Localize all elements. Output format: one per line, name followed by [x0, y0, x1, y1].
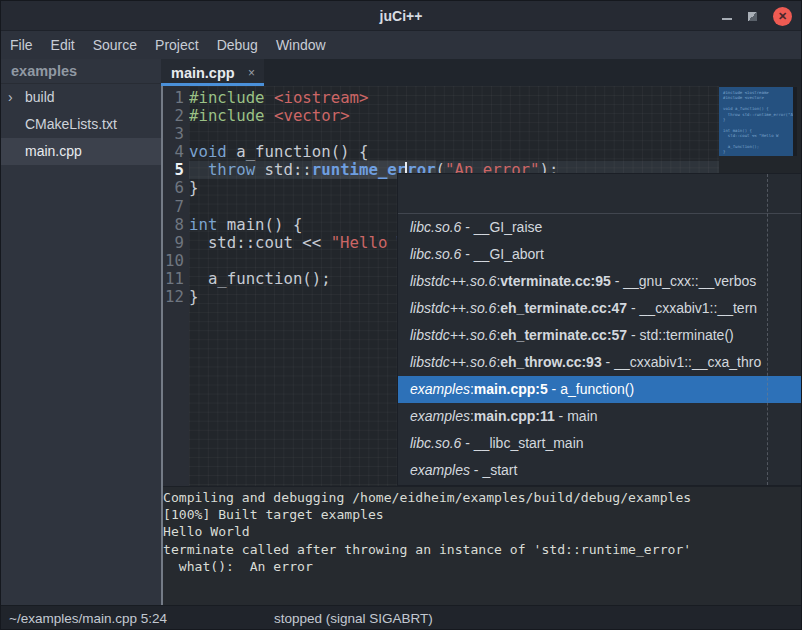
code-token: main() {: [217, 215, 302, 234]
code-token: int: [189, 215, 217, 234]
titlebar[interactable]: juCi++ ✕: [1, 1, 801, 31]
frame-file-line: main.cpp:11: [474, 408, 555, 424]
file-label: CMakeLists.txt: [1, 111, 161, 138]
code-token: std::: [255, 160, 312, 179]
line-number-gutter: 123456789101112: [161, 86, 189, 486]
frame-library: libstdc++.so.6: [410, 300, 496, 316]
terminal-line: [100%] Built target examples: [163, 506, 801, 523]
frame-symbol: main: [567, 408, 597, 424]
menu-item-edit[interactable]: Edit: [42, 31, 84, 59]
close-icon[interactable]: ✕: [773, 7, 792, 26]
frame-file-line: main.cpp:5: [474, 381, 548, 397]
window-title: juCi++: [1, 1, 801, 31]
stack-frame-item[interactable]: libstdc++.so.6:eh_terminate.cc:47 - __cx…: [398, 295, 802, 322]
statusbar: ~/examples/main.cpp 5:24 stopped (signal…: [1, 605, 801, 630]
code-line[interactable]: #include <vector>: [189, 107, 719, 125]
terminal-line: terminate called after throwing an insta…: [163, 541, 801, 558]
tab-main-cpp[interactable]: main.cpp ×: [161, 59, 264, 86]
status-debug-state: stopped (signal SIGABRT): [274, 606, 433, 630]
frame-library: examples: [410, 462, 470, 478]
code-token: void: [189, 142, 227, 161]
code-line[interactable]: #include <iostream>: [189, 89, 719, 107]
stack-frame-item[interactable]: examples - _start: [398, 457, 802, 484]
minimap-code-line: throw std::runtime_error("An error");: [723, 112, 793, 117]
line-number: 9: [161, 234, 189, 252]
frame-file-line: eh_terminate.cc:47: [500, 300, 627, 316]
file-label: build: [1, 84, 161, 111]
project-name: examples: [1, 59, 161, 84]
tab-label: main.cpp: [161, 65, 248, 81]
frame-symbol: std::terminate(): [640, 327, 734, 343]
code-token: a_function() {: [227, 142, 369, 161]
minimap-slider[interactable]: #include <iostream>#include <vector> voi…: [719, 87, 797, 156]
menu-item-file[interactable]: File: [1, 31, 42, 59]
frame-symbol: __GI_raise: [474, 219, 542, 235]
menu-item-source[interactable]: Source: [84, 31, 146, 59]
frame-file-line: eh_terminate.cc:57: [500, 327, 627, 343]
stack-frame-item[interactable]: examples:main.cpp:5 - a_function(): [398, 376, 802, 403]
frame-symbol: a_function(): [560, 381, 634, 397]
line-number: 11: [161, 270, 189, 288]
pane-splitter[interactable]: [161, 86, 163, 605]
line-number: 10: [161, 252, 189, 270]
sidebar-item-cmakelists-txt[interactable]: CMakeLists.txt: [1, 111, 161, 138]
stack-frame-popup: libc.so.6 - __GI_raiselibc.so.6 - __GI_a…: [397, 173, 802, 486]
code-token: [189, 160, 208, 179]
restore-icon[interactable]: [748, 12, 757, 21]
code-token: #include: [189, 106, 274, 125]
frame-symbol: __GI_abort: [474, 246, 544, 262]
popup-header: [398, 174, 802, 214]
frame-symbol: __cxxabiv1::__tern: [640, 300, 758, 316]
frame-library: examples: [410, 408, 470, 424]
frame-symbol: __cxxabiv1::__cxa_thro: [614, 354, 761, 370]
stack-frame-item[interactable]: libstdc++.so.6:eh_terminate.cc:57 - std:…: [398, 322, 802, 349]
code-token: <vector>: [274, 106, 350, 125]
tab-close-icon[interactable]: ×: [248, 66, 264, 80]
file-tree: ›buildCMakeLists.txtmain.cpp: [1, 84, 161, 165]
code-line[interactable]: [189, 125, 719, 143]
code-token: throw: [208, 160, 255, 179]
frame-library: libc.so.6: [410, 219, 461, 235]
terminal-output[interactable]: Compiling and debugging /home/eidheim/ex…: [161, 486, 801, 605]
chevron-right-icon[interactable]: ›: [8, 84, 13, 111]
menu-item-window[interactable]: Window: [267, 31, 335, 59]
content-area: examples ›buildCMakeLists.txtmain.cpp ma…: [1, 59, 801, 605]
stack-frame-item[interactable]: examples:main.cpp:11 - main: [398, 403, 802, 430]
code-token: <iostream>: [274, 88, 368, 107]
line-number: 1: [161, 89, 189, 107]
frame-file-line: eh_throw.cc:93: [500, 354, 601, 370]
menu-item-debug[interactable]: Debug: [208, 31, 267, 59]
stack-frame-item[interactable]: libc.so.6 - __GI_raise: [398, 214, 802, 241]
stack-frame-item[interactable]: libc.so.6 - __GI_abort: [398, 241, 802, 268]
code-token: a_function();: [189, 269, 331, 288]
stack-frame-item[interactable]: libc.so.6 - __libc_start_main: [398, 430, 802, 457]
code-token: #include: [189, 88, 274, 107]
sidebar: examples ›buildCMakeLists.txtmain.cpp: [1, 59, 161, 605]
stack-frame-item[interactable]: libstdc++.so.6:vterminate.cc:95 - __gnu_…: [398, 268, 802, 295]
minimize-icon[interactable]: [722, 18, 732, 20]
app-window: juCi++ ✕ FileEditSourceProjectDebugWindo…: [0, 0, 802, 630]
sidebar-item-main-cpp[interactable]: main.cpp: [1, 138, 161, 165]
line-number: 8: [161, 216, 189, 234]
terminal-line: Compiling and debugging /home/eidheim/ex…: [163, 489, 801, 506]
line-number: 6: [161, 179, 189, 197]
menu-item-project[interactable]: Project: [146, 31, 208, 59]
frame-library: libstdc++.so.6: [410, 354, 496, 370]
popup-list: libc.so.6 - __GI_raiselibc.so.6 - __GI_a…: [398, 214, 802, 484]
frame-symbol: __gnu_cxx::__verbos: [623, 273, 756, 289]
frame-file-line: vterminate.cc:95: [500, 273, 611, 289]
code-token: runtime_er: [312, 160, 406, 179]
sidebar-item-build[interactable]: ›build: [1, 84, 161, 111]
minimap-code-line: }: [723, 149, 793, 154]
status-file-location: ~/examples/main.cpp 5:24: [9, 606, 167, 630]
frame-library: libstdc++.so.6: [410, 273, 496, 289]
stack-frame-item[interactable]: libstdc++.so.6:eh_throw.cc:93 - __cxxabi…: [398, 349, 802, 376]
line-number: 3: [161, 125, 189, 143]
file-label: main.cpp: [1, 138, 161, 165]
code-token: }: [189, 287, 198, 306]
code-line[interactable]: void a_function() {: [189, 143, 719, 161]
terminal-line: what(): An error: [163, 558, 801, 575]
frame-symbol: __libc_start_main: [474, 435, 584, 451]
line-number: 7: [161, 198, 189, 216]
frame-library: libc.so.6: [410, 435, 461, 451]
